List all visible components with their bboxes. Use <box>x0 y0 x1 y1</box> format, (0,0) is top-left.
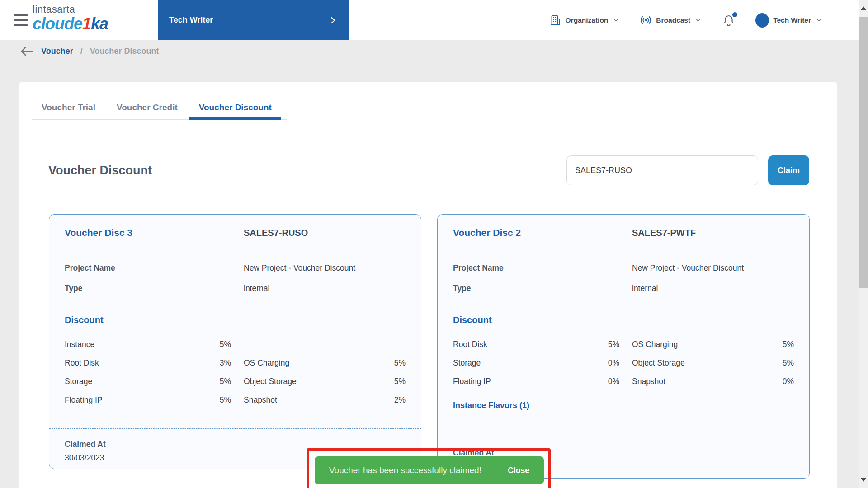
triangle-up-icon <box>861 6 866 10</box>
scrollbar-thumb[interactable] <box>859 17 868 288</box>
user-name-label: Tech Writer <box>773 16 811 24</box>
discount-row: Floating IP0% Snapshot0% <box>453 377 794 386</box>
voucher-code: SALES7-PWTF <box>632 228 794 238</box>
avatar <box>755 13 769 28</box>
broadcast-label: Broadcast <box>656 16 690 24</box>
voucher-card-header: Voucher Disc 2 SALES7-PWTF <box>453 227 794 238</box>
broadcast-menu[interactable]: Broadcast <box>640 14 702 26</box>
discount-section-heading: Discount <box>65 315 406 325</box>
brand-lintasarta: lintasarta <box>33 5 108 14</box>
broadcast-icon <box>640 14 652 26</box>
tab-voucher-trial[interactable]: Voucher Trial <box>42 103 95 119</box>
user-menu[interactable]: Tech Writer <box>755 13 823 28</box>
claimed-at-label: Claimed At <box>65 440 406 449</box>
claim-controls: Claim <box>566 155 809 185</box>
claim-button[interactable]: Claim <box>768 155 809 185</box>
tab-voucher-discount[interactable]: Voucher Discount <box>199 103 272 119</box>
app-screen: lintasarta cloude1ka Tech Writer Organiz… <box>0 0 868 488</box>
project-name-row: Project Name New Project - Voucher Disco… <box>65 263 406 273</box>
discount-row: Root Disk3% OS Charging5% <box>65 358 406 368</box>
project-name-label: Tech Writer <box>169 15 213 25</box>
menu-icon[interactable] <box>14 14 29 26</box>
success-toast: Voucher has been successfully claimed! C… <box>315 456 544 484</box>
tab-bar: Voucher Trial Voucher Credit Voucher Dis… <box>32 103 287 120</box>
chevron-down-icon <box>694 16 702 24</box>
voucher-card-disc-2: Voucher Disc 2 SALES7-PWTF Project Name … <box>437 214 810 479</box>
discount-row: Storage5% Object Storage5% <box>65 377 406 386</box>
voucher-code: SALES7-RUSO <box>244 228 406 238</box>
organization-label: Organization <box>566 16 609 24</box>
type-label: Type <box>453 284 632 293</box>
voucher-name: Voucher Disc 2 <box>453 227 632 238</box>
notifications-button[interactable] <box>722 14 736 27</box>
project-name-label: Project Name <box>453 263 632 273</box>
discount-row: Storage0% Object Storage5% <box>453 358 794 368</box>
header-actions: Organization Broadcast Tec <box>549 0 823 40</box>
title-row: Voucher Discount Claim <box>19 155 837 185</box>
chevron-down-icon <box>612 16 620 24</box>
organization-icon <box>549 14 561 26</box>
unread-notification-dot <box>732 12 737 17</box>
project-name-row: Project Name New Project - Voucher Disco… <box>453 263 794 273</box>
discount-row: Instance5% <box>65 340 406 349</box>
breadcrumb-current: Voucher Discount <box>90 47 159 56</box>
type-value: internal <box>632 284 794 293</box>
scroll-down-button[interactable] <box>859 472 868 488</box>
project-name-value: New Project - Voucher Discount <box>632 263 794 273</box>
breadcrumb-parent[interactable]: Voucher <box>41 47 73 56</box>
toast-message: Voucher has been successfully claimed! <box>329 465 481 475</box>
chevron-right-icon <box>328 16 337 25</box>
discount-row: Floating IP5% Snapshot2% <box>65 395 406 405</box>
triangle-down-icon <box>861 478 866 482</box>
project-name-label: Project Name <box>65 263 244 273</box>
breadcrumb: Voucher / Voucher Discount <box>19 45 159 57</box>
organization-menu[interactable]: Organization <box>549 14 620 26</box>
type-row: Type internal <box>453 284 794 293</box>
type-label: Type <box>65 284 244 293</box>
voucher-name: Voucher Disc 3 <box>65 227 244 238</box>
discount-section-heading: Discount <box>453 315 794 325</box>
toast-close-button[interactable]: Close <box>508 466 529 475</box>
chevron-down-icon <box>815 16 823 24</box>
type-row: Type internal <box>65 284 406 293</box>
project-name-value: New Project - Voucher Discount <box>244 263 406 273</box>
voucher-card-header: Voucher Disc 3 SALES7-RUSO <box>65 227 406 238</box>
brand-cloudeka: cloude1ka <box>33 16 108 32</box>
scroll-up-button[interactable] <box>859 0 868 16</box>
top-header: lintasarta cloude1ka Tech Writer Organiz… <box>0 0 859 40</box>
main-panel: Voucher Trial Voucher Credit Voucher Dis… <box>19 82 837 488</box>
breadcrumb-separator: / <box>80 47 83 56</box>
back-arrow-icon[interactable] <box>19 45 34 57</box>
voucher-code-input[interactable] <box>566 155 758 185</box>
scrollbar[interactable] <box>859 0 868 488</box>
tab-voucher-credit[interactable]: Voucher Credit <box>117 103 178 119</box>
page-title: Voucher Discount <box>48 164 152 178</box>
project-switcher[interactable]: Tech Writer <box>158 0 349 40</box>
type-value: internal <box>244 284 406 293</box>
instance-flavors-link[interactable]: Instance Flavors (1) <box>453 401 794 410</box>
brand-logo[interactable]: lintasarta cloude1ka <box>33 5 108 32</box>
discount-row: Root Disk5% OS Charging5% <box>453 340 794 349</box>
voucher-card-disc-3: Voucher Disc 3 SALES7-RUSO Project Name … <box>49 214 421 469</box>
